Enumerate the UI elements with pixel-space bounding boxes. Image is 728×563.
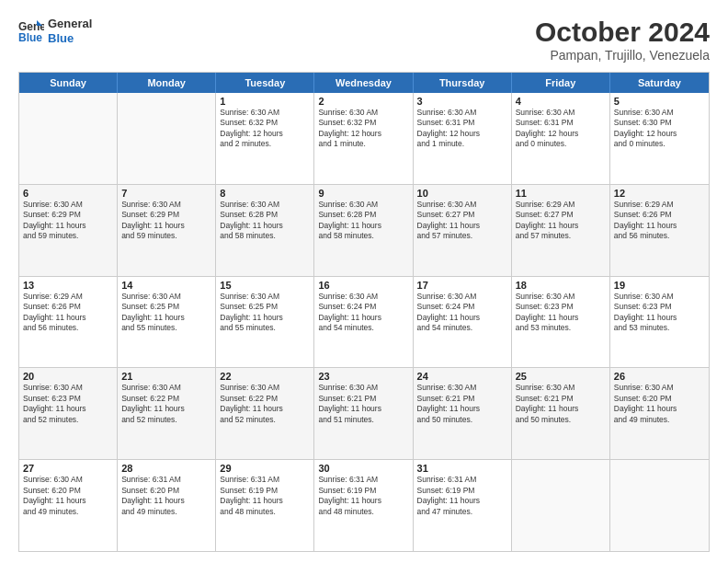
day-cell-15: 15Sunrise: 6:30 AM Sunset: 6:25 PM Dayli… [216,277,314,368]
day-cell-6: 6Sunrise: 6:30 AM Sunset: 6:29 PM Daylig… [19,185,118,276]
day-number: 6 [23,188,113,199]
day-cell-19: 19Sunrise: 6:30 AM Sunset: 6:23 PM Dayli… [610,277,709,368]
day-cell-21: 21Sunrise: 6:30 AM Sunset: 6:22 PM Dayli… [118,368,216,459]
day-info: Sunrise: 6:30 AM Sunset: 6:28 PM Dayligh… [318,200,408,242]
day-number: 5 [614,96,705,107]
day-cell-18: 18Sunrise: 6:30 AM Sunset: 6:23 PM Dayli… [512,277,610,368]
week-row-2: 6Sunrise: 6:30 AM Sunset: 6:29 PM Daylig… [19,184,709,276]
day-cell-28: 28Sunrise: 6:31 AM Sunset: 6:20 PM Dayli… [118,460,216,551]
header-day-saturday: Saturday [610,73,709,93]
day-cell-2: 2Sunrise: 6:30 AM Sunset: 6:32 PM Daylig… [314,93,413,184]
day-info: Sunrise: 6:30 AM Sunset: 6:21 PM Dayligh… [516,383,606,425]
location: Pampan, Trujillo, Venezuela [535,48,710,63]
header-day-sunday: Sunday [19,73,118,93]
day-info: Sunrise: 6:31 AM Sunset: 6:19 PM Dayligh… [220,475,310,517]
day-number: 10 [417,188,507,199]
day-number: 24 [417,371,507,382]
day-info: Sunrise: 6:30 AM Sunset: 6:25 PM Dayligh… [121,292,211,334]
month-title: October 2024 [535,17,710,48]
day-info: Sunrise: 6:30 AM Sunset: 6:23 PM Dayligh… [614,292,705,334]
day-cell-29: 29Sunrise: 6:31 AM Sunset: 6:19 PM Dayli… [216,460,314,551]
day-info: Sunrise: 6:30 AM Sunset: 6:22 PM Dayligh… [121,383,211,425]
day-cell-4: 4Sunrise: 6:30 AM Sunset: 6:31 PM Daylig… [512,93,610,184]
day-info: Sunrise: 6:31 AM Sunset: 6:20 PM Dayligh… [121,475,211,517]
day-number: 4 [516,96,606,107]
day-number: 14 [121,280,211,291]
day-info: Sunrise: 6:30 AM Sunset: 6:20 PM Dayligh… [23,475,113,517]
header: General Blue General Blue October 2024 P… [18,17,710,63]
empty-cell [512,460,610,551]
day-number: 30 [318,463,408,474]
day-cell-16: 16Sunrise: 6:30 AM Sunset: 6:24 PM Dayli… [314,277,413,368]
day-cell-3: 3Sunrise: 6:30 AM Sunset: 6:31 PM Daylig… [414,93,512,184]
empty-cell [118,93,216,184]
header-day-tuesday: Tuesday [216,73,314,93]
day-cell-30: 30Sunrise: 6:31 AM Sunset: 6:19 PM Dayli… [314,460,413,551]
day-cell-11: 11Sunrise: 6:29 AM Sunset: 6:27 PM Dayli… [512,185,610,276]
day-number: 8 [220,188,310,199]
day-cell-10: 10Sunrise: 6:30 AM Sunset: 6:27 PM Dayli… [414,185,512,276]
day-number: 3 [417,96,507,107]
day-info: Sunrise: 6:30 AM Sunset: 6:21 PM Dayligh… [318,383,408,425]
day-cell-22: 22Sunrise: 6:30 AM Sunset: 6:22 PM Dayli… [216,368,314,459]
title-block: October 2024 Pampan, Trujillo, Venezuela [535,17,710,63]
day-number: 31 [417,463,507,474]
day-number: 9 [318,188,408,199]
day-info: Sunrise: 6:30 AM Sunset: 6:32 PM Dayligh… [318,108,408,150]
day-cell-23: 23Sunrise: 6:30 AM Sunset: 6:21 PM Dayli… [314,368,413,459]
day-number: 17 [417,280,507,291]
day-cell-5: 5Sunrise: 6:30 AM Sunset: 6:30 PM Daylig… [610,93,709,184]
day-cell-26: 26Sunrise: 6:30 AM Sunset: 6:20 PM Dayli… [610,368,709,459]
day-info: Sunrise: 6:30 AM Sunset: 6:31 PM Dayligh… [516,108,606,150]
day-number: 19 [614,280,705,291]
day-info: Sunrise: 6:30 AM Sunset: 6:24 PM Dayligh… [318,292,408,334]
day-cell-17: 17Sunrise: 6:30 AM Sunset: 6:24 PM Dayli… [414,277,512,368]
day-info: Sunrise: 6:29 AM Sunset: 6:26 PM Dayligh… [614,200,705,242]
day-number: 20 [23,371,113,382]
day-info: Sunrise: 6:30 AM Sunset: 6:24 PM Dayligh… [417,292,507,334]
empty-cell [610,460,709,551]
day-number: 22 [220,371,310,382]
day-number: 29 [220,463,310,474]
day-number: 26 [614,371,705,382]
day-info: Sunrise: 6:29 AM Sunset: 6:27 PM Dayligh… [516,200,606,242]
day-cell-27: 27Sunrise: 6:30 AM Sunset: 6:20 PM Dayli… [19,460,118,551]
day-number: 12 [614,188,705,199]
week-row-3: 13Sunrise: 6:29 AM Sunset: 6:26 PM Dayli… [19,276,709,368]
calendar: SundayMondayTuesdayWednesdayThursdayFrid… [18,72,710,552]
day-cell-13: 13Sunrise: 6:29 AM Sunset: 6:26 PM Dayli… [19,277,118,368]
day-number: 1 [220,96,310,107]
svg-text:Blue: Blue [18,31,42,44]
day-cell-25: 25Sunrise: 6:30 AM Sunset: 6:21 PM Dayli… [512,368,610,459]
day-number: 16 [318,280,408,291]
day-number: 27 [23,463,113,474]
header-day-monday: Monday [118,73,216,93]
day-number: 21 [121,371,211,382]
logo-blue: Blue [48,31,92,46]
day-info: Sunrise: 6:30 AM Sunset: 6:27 PM Dayligh… [417,200,507,242]
page: General Blue General Blue October 2024 P… [0,0,728,563]
day-number: 28 [121,463,211,474]
day-info: Sunrise: 6:30 AM Sunset: 6:30 PM Dayligh… [614,108,705,150]
day-cell-31: 31Sunrise: 6:31 AM Sunset: 6:19 PM Dayli… [414,460,512,551]
day-info: Sunrise: 6:30 AM Sunset: 6:29 PM Dayligh… [23,200,113,242]
day-cell-1: 1Sunrise: 6:30 AM Sunset: 6:32 PM Daylig… [216,93,314,184]
week-row-5: 27Sunrise: 6:30 AM Sunset: 6:20 PM Dayli… [19,459,709,551]
day-number: 15 [220,280,310,291]
logo: General Blue General Blue [18,17,92,45]
day-number: 23 [318,371,408,382]
calendar-header: SundayMondayTuesdayWednesdayThursdayFrid… [19,73,709,93]
logo-general: General [48,17,92,31]
day-info: Sunrise: 6:29 AM Sunset: 6:26 PM Dayligh… [23,292,113,334]
day-info: Sunrise: 6:30 AM Sunset: 6:20 PM Dayligh… [614,383,705,425]
day-cell-9: 9Sunrise: 6:30 AM Sunset: 6:28 PM Daylig… [314,185,413,276]
week-row-4: 20Sunrise: 6:30 AM Sunset: 6:23 PM Dayli… [19,367,709,459]
day-info: Sunrise: 6:30 AM Sunset: 6:23 PM Dayligh… [23,383,113,425]
day-number: 11 [516,188,606,199]
day-cell-14: 14Sunrise: 6:30 AM Sunset: 6:25 PM Dayli… [118,277,216,368]
day-info: Sunrise: 6:30 AM Sunset: 6:29 PM Dayligh… [121,200,211,242]
day-info: Sunrise: 6:30 AM Sunset: 6:25 PM Dayligh… [220,292,310,334]
header-day-friday: Friday [512,73,610,93]
day-cell-8: 8Sunrise: 6:30 AM Sunset: 6:28 PM Daylig… [216,185,314,276]
day-number: 13 [23,280,113,291]
